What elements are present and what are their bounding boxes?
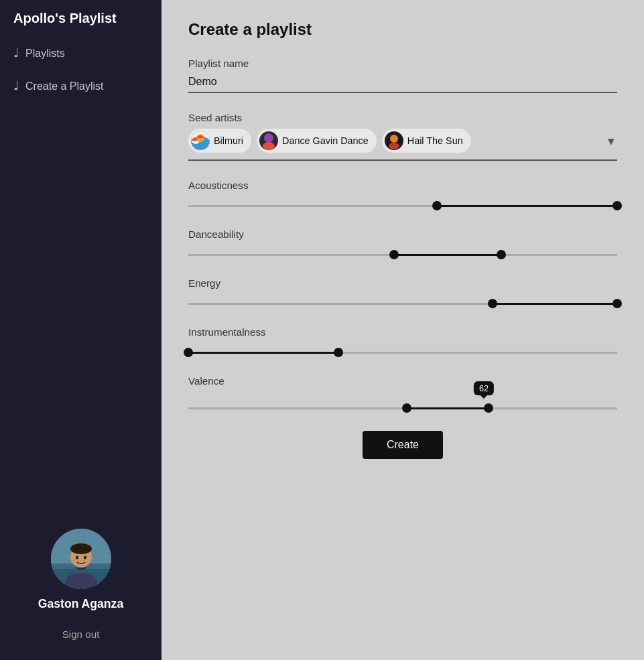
svg-point-5	[70, 543, 92, 554]
acousticness-thumb-max[interactable]	[613, 201, 622, 210]
svg-point-12	[263, 142, 275, 150]
danceability-label: Danceability	[188, 228, 617, 240]
svg-point-6	[76, 556, 78, 559]
danceability-thumb-max[interactable]	[497, 250, 506, 259]
username: Gaston Aganza	[38, 597, 123, 611]
artist-chip-hts[interactable]: Hail The Sun	[382, 129, 471, 153]
sidebar-item-playlists[interactable]: ♩ Playlists	[0, 37, 162, 70]
svg-point-7	[84, 556, 86, 559]
valence-thumb-min[interactable]	[402, 403, 411, 413]
svg-point-15	[389, 143, 399, 149]
playlist-name-input[interactable]	[188, 73, 617, 93]
acousticness-thumb-min[interactable]	[432, 201, 442, 210]
svg-point-14	[390, 135, 398, 143]
sidebar-item-playlists-label: Playlists	[25, 48, 65, 60]
valence-tooltip: 62	[474, 381, 494, 395]
artist-avatar-hts	[385, 131, 403, 150]
energy-label: Energy	[188, 277, 617, 289]
seed-artists-label: Seed artists	[188, 112, 617, 123]
instrumentalness-slider[interactable]	[188, 344, 617, 360]
artist-name-hts: Hail The Sun	[407, 135, 463, 146]
acousticness-range	[437, 205, 617, 207]
music-icon: ♩	[13, 46, 19, 60]
artist-chip-dgd[interactable]: Dance Gavin Dance	[257, 129, 377, 153]
acousticness-slider[interactable]	[188, 198, 617, 214]
user-section: Gaston Aganza Sign out	[0, 529, 162, 660]
main-content: Create a playlist Playlist name Seed art…	[162, 0, 644, 660]
valence-slider[interactable]: 62	[188, 400, 617, 416]
artist-avatar-bilmuri	[191, 131, 210, 150]
seed-artists-section: Seed artists Bilmuri	[188, 112, 617, 161]
instrumentalness-label: Instrumentalness	[188, 326, 617, 338]
artist-chip-bilmuri[interactable]: Bilmuri	[188, 129, 251, 153]
create-button[interactable]: Create	[363, 431, 443, 459]
instrumentalness-thumb-min[interactable]	[184, 348, 193, 357]
music-icon-2: ♩	[13, 79, 19, 93]
valence-label: Valence	[188, 375, 617, 387]
energy-section: Energy	[188, 277, 617, 312]
instrumentalness-range	[188, 352, 338, 354]
danceability-slider[interactable]	[188, 247, 617, 263]
sidebar: Apollo's Playlist ♩ Playlists ♩ Create a…	[0, 0, 162, 660]
valence-thumb-max[interactable]: 62	[484, 403, 493, 413]
acousticness-label: Acousticness	[188, 180, 617, 191]
sidebar-item-create-label: Create a Playlist	[25, 80, 104, 92]
acousticness-section: Acousticness	[188, 180, 617, 214]
artist-avatar-dgd	[259, 131, 278, 150]
seed-artists-dropdown[interactable]: ▾	[605, 133, 617, 149]
app-title: Apollo's Playlist	[0, 0, 162, 37]
page-title: Create a playlist	[188, 20, 617, 39]
energy-thumb-min[interactable]	[488, 299, 497, 308]
danceability-thumb-min[interactable]	[389, 250, 399, 259]
valence-range	[407, 407, 489, 409]
artist-name-bilmuri: Bilmuri	[214, 135, 243, 146]
svg-point-11	[264, 133, 273, 143]
instrumentalness-section: Instrumentalness	[188, 326, 617, 360]
energy-slider[interactable]	[188, 295, 617, 312]
avatar	[51, 529, 111, 589]
sign-out-button[interactable]: Sign out	[0, 622, 162, 653]
valence-section: Valence 62	[188, 375, 617, 416]
nav: ♩ Playlists ♩ Create a Playlist	[0, 37, 162, 529]
sidebar-item-create[interactable]: ♩ Create a Playlist	[0, 70, 162, 103]
energy-thumb-max[interactable]	[613, 299, 622, 308]
instrumentalness-thumb-max[interactable]	[334, 348, 343, 357]
seed-artists-row: Bilmuri Dance Gavin Dance	[188, 129, 617, 161]
danceability-range	[394, 254, 501, 256]
playlist-name-label: Playlist name	[188, 58, 617, 69]
artist-name-dgd: Dance Gavin Dance	[282, 135, 369, 146]
energy-range	[493, 303, 617, 305]
danceability-section: Danceability	[188, 228, 617, 263]
